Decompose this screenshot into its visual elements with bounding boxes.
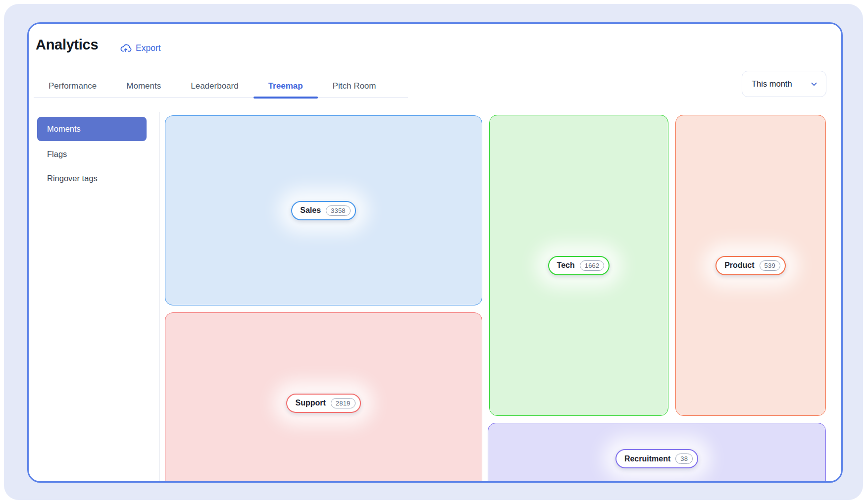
treemap-chip-product: Product 539 xyxy=(715,256,786,275)
treemap-label: Recruitment xyxy=(624,454,670,463)
treemap-count-badge: 3358 xyxy=(326,205,351,216)
export-button[interactable]: Export xyxy=(117,42,164,54)
period-dropdown-value: This month xyxy=(752,79,792,89)
cloud-upload-icon xyxy=(120,42,132,54)
treemap-chip-recruitment: Recruitment 38 xyxy=(615,449,698,468)
treemap-count-badge: 539 xyxy=(760,260,780,271)
analytics-card: Analytics Export Performance Moments Lea… xyxy=(27,22,843,483)
treemap-chip-sales: Sales 3358 xyxy=(291,201,356,220)
treemap-label: Tech xyxy=(557,261,575,270)
tab-treemap[interactable]: Treemap xyxy=(254,75,318,97)
treemap-node-support[interactable]: Support 2819 xyxy=(165,312,482,483)
page-title: Analytics xyxy=(34,37,98,53)
tab-pitch-room[interactable]: Pitch Room xyxy=(318,75,391,97)
period-dropdown[interactable]: This month xyxy=(742,71,826,97)
tab-performance[interactable]: Performance xyxy=(34,75,111,97)
treemap-count-badge: 38 xyxy=(675,454,693,464)
treemap-chip-support: Support 2819 xyxy=(286,394,360,413)
treemap-label: Product xyxy=(724,261,754,270)
treemap-node-tech[interactable]: Tech 1662 xyxy=(489,115,668,416)
treemap-node-product[interactable]: Product 539 xyxy=(675,115,826,416)
tab-moments[interactable]: Moments xyxy=(111,75,176,97)
sidebar-item-moments[interactable]: Moments xyxy=(37,117,147,141)
treemap-label: Sales xyxy=(300,206,321,215)
sidebar-item-flags[interactable]: Flags xyxy=(47,144,67,164)
sidebar-divider xyxy=(159,112,160,481)
treemap-label: Support xyxy=(295,399,325,407)
tab-bar: Performance Moments Leaderboard Treemap … xyxy=(34,75,408,98)
treemap-count-badge: 1662 xyxy=(580,260,605,271)
treemap-node-sales[interactable]: Sales 3358 xyxy=(165,115,482,305)
treemap-count-badge: 2819 xyxy=(331,398,356,408)
chevron-down-icon xyxy=(810,80,818,89)
sidebar-item-ringover-tags[interactable]: Ringover tags xyxy=(47,168,98,188)
treemap-node-recruitment[interactable]: Recruitment 38 xyxy=(488,423,826,483)
export-label: Export xyxy=(136,43,161,53)
tab-leaderboard[interactable]: Leaderboard xyxy=(176,75,253,97)
treemap-chip-tech: Tech 1662 xyxy=(548,256,610,275)
